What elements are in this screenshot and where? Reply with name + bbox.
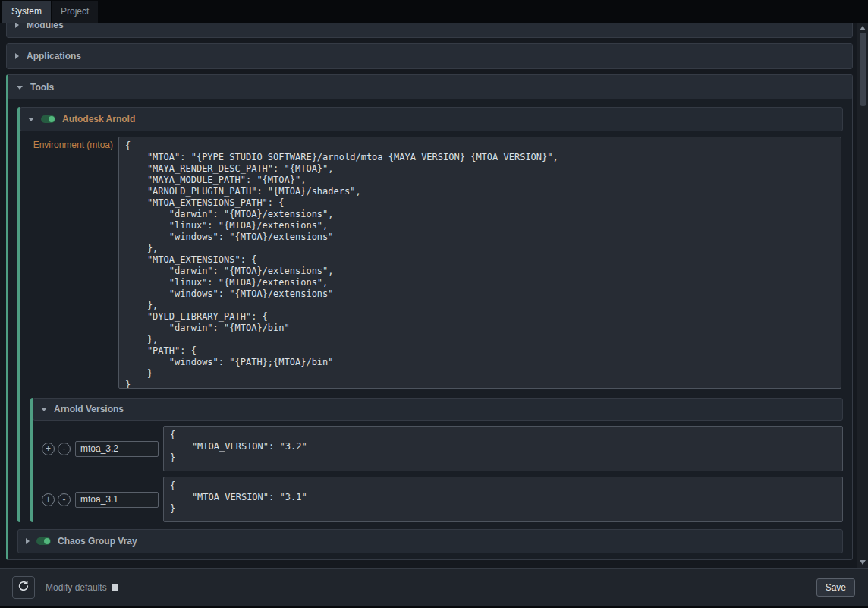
version-key-input[interactable] [75,441,159,457]
section-applications-header[interactable]: Applications [7,44,852,68]
panel-vray-header[interactable]: Chaos Group Vray [17,529,843,553]
save-button[interactable]: Save [816,578,855,597]
collapse-arrow-icon [15,23,19,28]
tab-bar: System Project [0,0,868,23]
collapse-arrow-icon [26,538,30,544]
settings-window: System Project Modules Applications [0,0,868,608]
environment-row: Environment (mtoa) { "MTOA": "{PYPE_STUD… [20,131,843,396]
section-tools-label: Tools [30,82,54,93]
collapse-arrow-icon [15,53,19,59]
section-applications: Applications [6,43,853,69]
version-json-textarea[interactable]: { "MTOA_VERSION": "3.1" } [163,477,843,522]
expand-arrow-icon [41,408,47,411]
remove-version-button[interactable]: - [58,443,71,455]
panel-autodesk-arnold: Autodesk Arnold Environment (mtoa) { "MT… [17,107,843,522]
version-key-input[interactable] [75,492,159,508]
modify-defaults-checkbox[interactable] [112,584,118,591]
panel-arnold-header[interactable]: Autodesk Arnold [20,107,843,131]
refresh-icon [17,580,30,594]
expand-arrow-icon [28,118,34,121]
panel-vray-label: Chaos Group Vray [58,536,137,547]
settings-scroll-area: Modules Applications Tools [0,23,857,568]
main-area: Modules Applications Tools [0,23,868,568]
version-rows: + - { "MTOA_VERSION": "3.2" } + - [33,421,843,522]
section-modules-label: Modules [27,23,64,30]
section-applications-label: Applications [27,51,81,61]
group-arnold-versions: Arnold Versions + - { "MTOA_VERSION": "3… [30,398,843,522]
tab-project[interactable]: Project [52,1,98,23]
section-modules-header[interactable]: Modules [7,23,852,37]
section-tools: Tools Autodesk Arnold Environment (mtoa)… [6,74,853,560]
footer-bar: Modify defaults Save [0,568,868,606]
section-tools-header[interactable]: Tools [8,75,852,99]
panel-chaos-group-vray: Chaos Group Vray [17,529,843,553]
add-version-button[interactable]: + [42,443,55,455]
version-json-textarea[interactable]: { "MTOA_VERSION": "3.2" } [163,426,843,471]
environment-label: Environment (mtoa) [21,137,118,150]
arnold-versions-header[interactable]: Arnold Versions [33,398,843,421]
remove-version-button[interactable]: - [58,493,71,506]
section-modules: Modules [6,23,853,38]
vertical-scrollbar [857,23,868,568]
refresh-button[interactable] [12,576,35,599]
add-version-button[interactable]: + [42,493,55,506]
version-row: + - { "MTOA_VERSION": "3.1" } [42,477,843,522]
scrollbar-thumb[interactable] [860,33,866,106]
enabled-toggle-icon[interactable] [41,115,55,123]
modify-defaults-label: Modify defaults [46,582,107,593]
environment-json-textarea[interactable]: { "MTOA": "{PYPE_STUDIO_SOFTWARE}/arnold… [118,137,841,389]
tab-system[interactable]: System [2,1,51,23]
arnold-versions-label: Arnold Versions [54,404,124,414]
enabled-toggle-icon[interactable] [36,537,51,545]
section-tools-body: Autodesk Arnold Environment (mtoa) { "MT… [8,99,852,559]
scrollbar-track[interactable] [860,30,866,560]
expand-arrow-icon [17,86,23,90]
version-row: + - { "MTOA_VERSION": "3.2" } [42,426,843,471]
panel-arnold-label: Autodesk Arnold [62,114,135,124]
scrollbar-down-icon[interactable] [860,560,866,565]
